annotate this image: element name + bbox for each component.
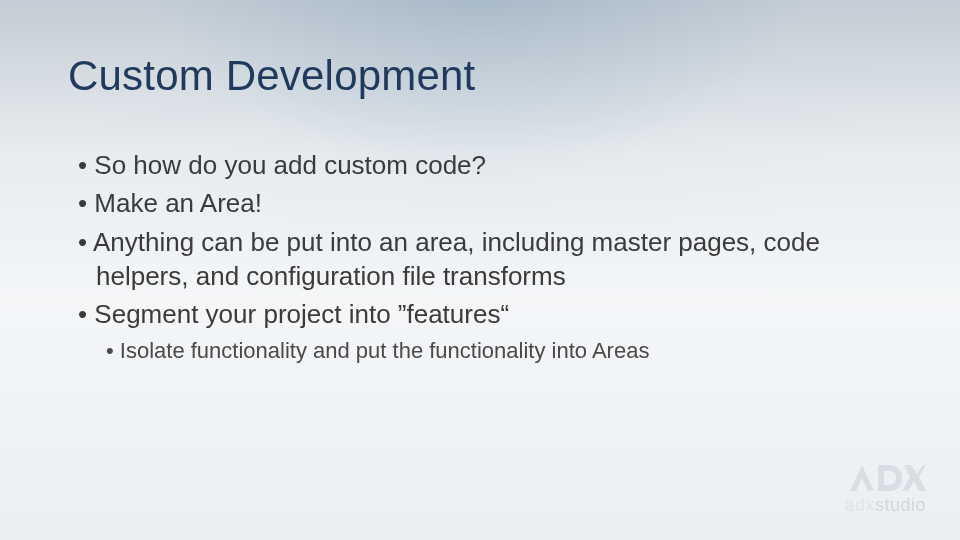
brand-word-prefix: adx (844, 495, 875, 515)
adx-mark-icon (848, 463, 926, 493)
bullet-level1: Anything can be put into an area, includ… (78, 225, 900, 294)
slide: Custom Development So how do you add cus… (0, 0, 960, 540)
bullet-level2: Isolate functionality and put the functi… (106, 336, 900, 365)
slide-body: So how do you add custom code? Make an A… (78, 148, 900, 365)
bullet-level1: Make an Area! (78, 186, 900, 220)
svg-marker-0 (850, 465, 874, 491)
brand-logo: adxstudio (844, 463, 926, 516)
bullet-level1: So how do you add custom code? (78, 148, 900, 182)
brand-wordmark: adxstudio (844, 495, 926, 516)
brand-word-suffix: studio (875, 495, 926, 515)
bullet-level1: Segment your project into ”features“ (78, 297, 900, 331)
svg-marker-1 (902, 465, 926, 491)
slide-title: Custom Development (68, 52, 475, 100)
